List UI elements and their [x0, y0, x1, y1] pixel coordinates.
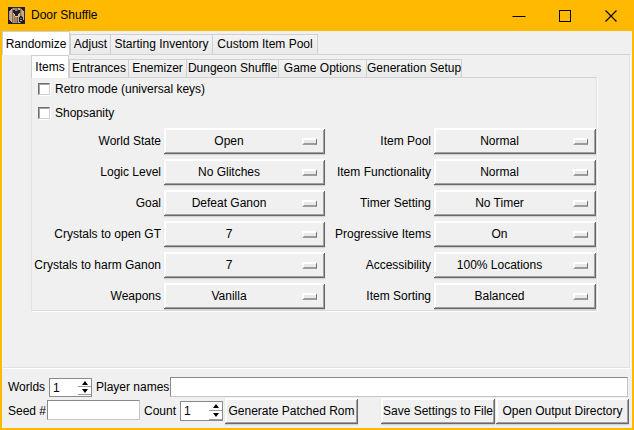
maximize-button[interactable]: [542, 0, 588, 31]
tab-randomize[interactable]: Randomize: [2, 31, 70, 55]
progressive-items-label: Progressive Items: [320, 221, 431, 247]
crystals-ganon-label: Crystals to harm Ganon: [16, 252, 161, 278]
generate-rom-label: Generate Patched Rom: [228, 404, 354, 418]
tab-game-options[interactable]: Game Options: [278, 59, 366, 77]
dropdown-indicator-icon: [573, 138, 588, 145]
goal-label: Goal: [16, 190, 161, 216]
crystals-ganon-dropdown[interactable]: 7: [164, 252, 325, 278]
logic-level-label: Logic Level: [16, 159, 161, 185]
weapons-dropdown[interactable]: Vanilla: [164, 283, 325, 309]
dropdown-indicator-icon: [302, 231, 317, 238]
count-spin-up-button[interactable]: [209, 402, 222, 411]
dropdown-indicator-icon: [573, 231, 588, 238]
crystals-ganon-value: 7: [166, 252, 292, 278]
dropdown-indicator-icon: [302, 169, 317, 176]
close-button[interactable]: [588, 0, 634, 31]
tab-dungeon-shuffle[interactable]: Dungeon Shuffle: [186, 59, 278, 77]
save-settings-label: Save Settings to File: [383, 404, 493, 418]
crystals-gt-dropdown[interactable]: 7: [164, 221, 325, 247]
item-functionality-dropdown[interactable]: Normal: [434, 159, 596, 185]
open-output-label: Open Output Directory: [502, 404, 622, 418]
spin-up-icon: [213, 404, 219, 408]
title-bar[interactable]: Door Shuffle: [0, 0, 634, 31]
dropdown-indicator-icon: [302, 138, 317, 145]
logic-level-value: No Glitches: [166, 159, 292, 185]
tab-enemizer[interactable]: Enemizer: [128, 59, 186, 77]
open-output-button[interactable]: Open Output Directory: [496, 398, 629, 424]
world-state-label: World State: [16, 128, 161, 154]
item-functionality-value: Normal: [436, 159, 563, 185]
dropdown-indicator-icon: [302, 200, 317, 207]
timer-setting-dropdown[interactable]: No Timer: [434, 190, 596, 216]
progressive-items-value: On: [436, 221, 563, 247]
worlds-label: Worlds: [8, 380, 45, 394]
item-sorting-label: Item Sorting: [320, 283, 431, 309]
count-spin-down-button[interactable]: [209, 411, 222, 420]
worlds-input[interactable]: [51, 380, 73, 395]
count-label: Count: [144, 404, 176, 418]
spin-down-icon: [82, 389, 88, 393]
item-sorting-value: Balanced: [436, 283, 563, 309]
spin-up-icon: [82, 381, 88, 385]
accessibility-value: 100% Locations: [436, 252, 563, 278]
weapons-label: Weapons: [16, 283, 161, 309]
accessibility-dropdown[interactable]: 100% Locations: [434, 252, 596, 278]
item-functionality-label: Item Functionality: [320, 159, 431, 185]
player-names-field[interactable]: [170, 377, 628, 397]
progressive-items-dropdown[interactable]: On: [434, 221, 596, 247]
worlds-spin-up-button[interactable]: [78, 379, 91, 387]
app-window: Door Shuffle Adjust Starting Inventory C…: [0, 0, 634, 430]
crystals-gt-label: Crystals to open GT: [16, 221, 161, 247]
world-state-value: Open: [166, 128, 292, 154]
close-icon: [604, 9, 618, 23]
count-input[interactable]: [182, 403, 204, 419]
generate-rom-button[interactable]: Generate Patched Rom: [225, 398, 358, 424]
maximize-icon: [558, 9, 572, 23]
dropdown-indicator-icon: [302, 262, 317, 269]
crystals-gt-value: 7: [166, 221, 292, 247]
seed-label: Seed #: [8, 404, 46, 418]
tab-entrances[interactable]: Entrances: [69, 59, 128, 77]
worlds-spinbox[interactable]: [49, 378, 92, 397]
weapons-value: Vanilla: [166, 283, 292, 309]
world-state-dropdown[interactable]: Open: [164, 128, 325, 154]
tab-generation-setup[interactable]: Generation Setup: [366, 59, 462, 77]
spin-buttons: [209, 402, 222, 420]
tab-items[interactable]: Items: [31, 55, 69, 78]
app-icon: [8, 7, 25, 24]
tab-adjust[interactable]: Adjust: [70, 34, 110, 54]
timer-setting-value: No Timer: [436, 190, 563, 216]
minimize-button[interactable]: [496, 0, 542, 31]
count-spinbox[interactable]: [180, 401, 223, 421]
player-names-input[interactable]: [172, 379, 626, 395]
player-names-label: Player names: [96, 380, 169, 394]
item-pool-value: Normal: [436, 128, 563, 154]
timer-setting-label: Timer Setting: [320, 190, 431, 216]
dropdown-indicator-icon: [573, 293, 588, 300]
window-title: Door Shuffle: [31, 0, 98, 31]
seed-field[interactable]: [47, 400, 140, 420]
retro-mode-label: Retro mode (universal keys): [55, 83, 205, 96]
save-settings-button[interactable]: Save Settings to File: [381, 398, 495, 424]
worlds-spin-down-button[interactable]: [78, 387, 91, 395]
minimize-icon: [512, 9, 526, 23]
spin-buttons: [78, 379, 91, 396]
item-pool-dropdown[interactable]: Normal: [434, 128, 596, 154]
tab-starting-inventory[interactable]: Starting Inventory: [110, 34, 212, 54]
item-sorting-dropdown[interactable]: Balanced: [434, 283, 596, 309]
window-border-left: [0, 31, 2, 430]
dropdown-indicator-icon: [573, 169, 588, 176]
logic-level-dropdown[interactable]: No Glitches: [164, 159, 325, 185]
dropdown-indicator-icon: [573, 200, 588, 207]
shopsanity-label: Shopsanity: [55, 107, 114, 120]
accessibility-label: Accessibility: [320, 252, 431, 278]
dropdown-indicator-icon: [302, 293, 317, 300]
dropdown-indicator-icon: [573, 262, 588, 269]
seed-input[interactable]: [49, 402, 138, 418]
goal-value: Defeat Ganon: [166, 190, 292, 216]
shopsanity-checkbox[interactable]: [38, 107, 50, 119]
tab-custom-item-pool[interactable]: Custom Item Pool: [212, 34, 318, 54]
retro-mode-checkbox[interactable]: [38, 83, 50, 95]
item-pool-label: Item Pool: [320, 128, 431, 154]
goal-dropdown[interactable]: Defeat Ganon: [164, 190, 325, 216]
